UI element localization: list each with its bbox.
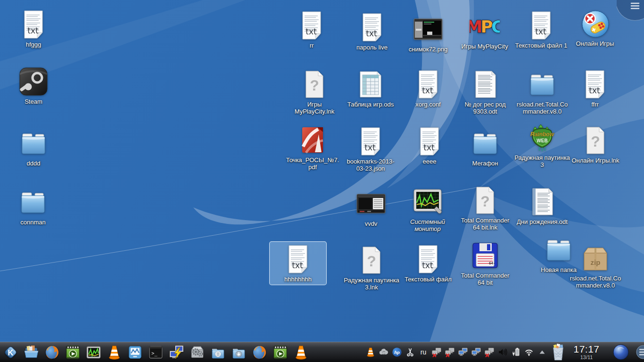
icon-label: Игры MyPlayCity (461, 43, 508, 50)
unknown-icon: ? (580, 125, 611, 156)
tray-network-disconnected-2[interactable] (443, 343, 456, 362)
svg-text:Rainbow: Rainbow (530, 131, 554, 138)
launcher-smplayer[interactable] (62, 343, 83, 362)
icon-label: Текстовый файл 1 (515, 42, 568, 49)
tray-network-disconnected-3[interactable] (483, 343, 496, 362)
desktop-icon-hhhhhhhh[interactable]: txthhhhhhhh (269, 241, 327, 285)
volume-icon (497, 347, 508, 357)
tray-hp-device[interactable]: hp (390, 343, 404, 362)
folder-icon (527, 69, 558, 99)
tray-vlc[interactable] (364, 343, 377, 362)
launcher-downloads-folder[interactable] (228, 343, 249, 362)
launcher-vlc-2[interactable] (290, 343, 311, 362)
tray-battery[interactable] (509, 343, 522, 362)
desktop-icon-dni-rozhdeniya-odt[interactable]: Дни рождения.odt (513, 184, 571, 228)
desktop-icon-tochka-rosy-pdf[interactable]: Точка_РОСЫ_№7.pdf (284, 122, 341, 173)
tray-volume[interactable] (496, 343, 509, 362)
tray-expander-arrow[interactable] (536, 343, 549, 362)
txt-icon: txt (413, 69, 444, 99)
svg-text:txt: txt (366, 29, 377, 38)
desktop-icon-rr[interactable]: txtrr (283, 8, 340, 51)
launcher-documents-folder[interactable] (207, 343, 228, 362)
launcher-firefox[interactable] (41, 343, 62, 362)
desktop-icon-total-commander-64-lnk[interactable]: ?Total Commander 64 bit.lnk (456, 182, 514, 234)
txt-icon: txt (526, 10, 557, 41)
desktop-icon-parol-live[interactable]: txtпароль live (343, 9, 401, 53)
desktop-icon-sistemnyj-monitor[interactable]: Системный монитор (399, 184, 456, 235)
gearsbox-icon (190, 345, 205, 360)
tray-klipper-scissors[interactable] (404, 343, 417, 362)
firefox-icon (44, 345, 60, 360)
panel-empty-space (311, 343, 364, 362)
desktop-icon-raduzhnaya-pautinka-3-lnk[interactable]: ?Радужная паутинка 3.lnk (343, 242, 400, 294)
desktop-icon-connman[interactable]: connman (4, 184, 62, 228)
desktop-icons: txthfggg Steam dddd connman txtrr txtпар… (0, 0, 644, 362)
svg-text:K: K (8, 348, 13, 356)
desktop-icon-raduzhnaya-pautinka-3[interactable]: Rainbow WEB Радужная паутинка 3 (513, 120, 571, 171)
desktop-icon-ffrr[interactable]: txtffrr (566, 66, 624, 110)
desktop-icon-tekstovyj-fajl-1[interactable]: txtТекстовый файл 1 (512, 8, 570, 51)
desktop-icon-bookmarks-json[interactable]: txtbookmarks-2013-03-23.json (342, 123, 399, 175)
arrowup-icon (537, 347, 547, 357)
launcher-file-manager[interactable] (21, 343, 41, 362)
launcher-blue-monitor-app[interactable] (124, 343, 145, 362)
panel-toolbox-cashew[interactable] (632, 343, 644, 362)
icon-label: hfggg (26, 41, 41, 48)
desktop-icon-onlajn-igry-lnk[interactable]: ?Онлайн Игры.lnk (567, 123, 624, 166)
desktop-icon-vvdv[interactable]: vvdv (342, 186, 400, 230)
desktop-icon-onlajn-igry[interactable]: Онлайн Игры (566, 6, 624, 49)
tray-keyboard-layout[interactable]: ru (417, 343, 430, 362)
unknown-icon: ? (356, 245, 387, 275)
folder-icon (18, 128, 49, 158)
panel-launchers: K >_ (0, 343, 311, 362)
icon-label: Таблица игр.ods (347, 101, 394, 108)
odtblue-icon (527, 187, 558, 217)
launcher-kickoff-menu[interactable]: K (0, 343, 21, 362)
icon-label: Системный монитор (400, 218, 455, 233)
desktop-icon-tekstovyj-fajl[interactable]: txtТекстовый файл (399, 241, 457, 285)
launcher-vlc[interactable] (104, 343, 124, 362)
desktop-icon-dog-res-rod-odt[interactable]: № дог рес род 9303.odt (456, 66, 514, 118)
blue-ball-widget[interactable] (610, 343, 632, 362)
icon-label: пароль live (356, 44, 388, 51)
desktop-icon-igry-myplaycity[interactable]: MPCИгры MyPlayCity (456, 8, 513, 52)
desktop-icon-eeee[interactable]: txteeee (401, 123, 458, 167)
launcher-system-monitor[interactable] (83, 343, 104, 362)
desktop-icon-dddd[interactable]: dddd (5, 125, 62, 169)
icon-label: Онлайн Игры (576, 40, 614, 47)
desktop-icon-igry-myplaycity-lnk[interactable]: ?Игры MyPlayCity.lnk (286, 66, 343, 118)
hp-icon: hp (392, 347, 402, 357)
zipbox-icon: zip (580, 243, 611, 273)
svg-text:?: ? (591, 133, 600, 150)
digital-clock[interactable]: 17:17 13/11 (568, 343, 605, 362)
desktop-icon-tablica-igr-ods[interactable]: Таблица игр.ods (342, 66, 399, 110)
icon-label: dddd (27, 160, 41, 167)
trash-icon (551, 343, 566, 361)
blue-sphere-icon (612, 344, 629, 361)
svg-text:txt: txt (535, 27, 546, 36)
launcher-smplayer-2[interactable] (270, 343, 290, 362)
launcher-total-commander[interactable] (166, 343, 187, 362)
desktop-icon-rsload-total-commander-zip[interactable]: ziprsload.net.Total.Commander.v8.0 (567, 240, 624, 292)
tray-network-disconnected-1[interactable] (430, 343, 443, 362)
icon-label: снимок72.png (409, 46, 448, 53)
keyboard-layout-label: ru (421, 348, 426, 356)
desktop-icon-hfggg[interactable]: txthfggg (5, 7, 62, 50)
vlc-icon (293, 345, 309, 360)
launcher-firefox-2[interactable] (249, 343, 270, 362)
desktop-icon-xorg-conf[interactable]: txtxorg.conf (399, 66, 457, 110)
launcher-konsole[interactable]: >_ (145, 343, 166, 362)
launcher-archive-gears-box[interactable] (187, 343, 207, 362)
desktop-icon-steam[interactable]: Steam (5, 64, 62, 107)
tray-wifi[interactable] (522, 343, 536, 362)
svg-text:txt: txt (422, 86, 433, 95)
icon-label: Радужная паутинка 3 (514, 154, 570, 169)
trash-widget[interactable] (549, 343, 568, 362)
desktop-icon-total-commander-64-bit[interactable]: 64-Total Commander 64 bit (456, 238, 514, 289)
tray-network-connected-1[interactable] (456, 343, 470, 362)
desktop-icon-megafon[interactable]: Мегафон (456, 125, 514, 169)
tray-network-connected-2[interactable] (470, 343, 483, 362)
tray-cloud-sync[interactable] (377, 343, 390, 362)
desktop-icon-snimok72[interactable]: снимок72.png (399, 11, 457, 55)
desktop-icon-rsload-total-commander-folder[interactable]: rsload.net.Total.Commander.v8.0 (513, 66, 571, 118)
